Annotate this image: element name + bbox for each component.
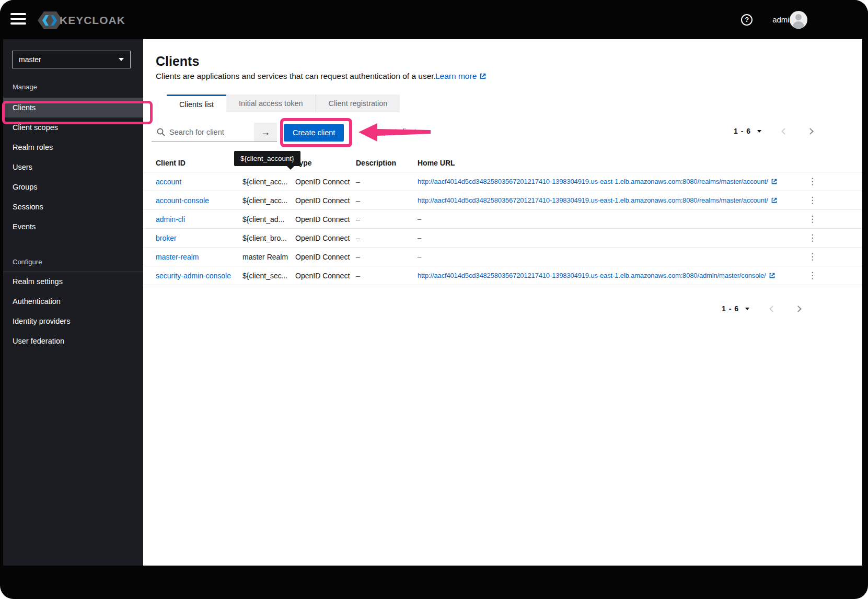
row-kebab-menu-icon[interactable]: ⋮	[808, 195, 817, 205]
learn-more-link[interactable]: Learn more	[435, 72, 487, 81]
home-url-link[interactable]: http://aacf4014d5cd34825803567201217410-…	[418, 272, 766, 279]
client-type: OpenID Connect	[295, 234, 356, 242]
home-url-empty: –	[418, 234, 808, 242]
masthead: KEYCLOAK ? admin	[0, 0, 868, 39]
client-name: ${client_acc...	[242, 196, 295, 205]
search-input[interactable]	[152, 123, 254, 142]
app-window: KEYCLOAK ? admin master Manage Clients C…	[0, 0, 868, 599]
sidebar-item-realm-settings[interactable]: Realm settings	[3, 272, 143, 291]
search-group: →	[152, 123, 277, 142]
sidebar-item-sessions[interactable]: Sessions	[3, 197, 143, 217]
realm-selector-value: master	[19, 55, 41, 64]
help-icon[interactable]: ?	[741, 14, 753, 26]
external-link-icon	[771, 197, 778, 204]
sidebar-item-users[interactable]: Users	[3, 157, 143, 177]
client-description: –	[356, 178, 418, 186]
row-kebab-menu-icon[interactable]: ⋮	[808, 214, 817, 224]
client-type: OpenID Connect	[295, 178, 356, 186]
client-description: –	[356, 215, 418, 224]
client-name: ${client_sec...	[242, 272, 295, 280]
sidebar-item-events[interactable]: Events	[3, 217, 143, 237]
pagination-range[interactable]: 1 - 6	[722, 304, 739, 313]
row-kebab-menu-icon[interactable]: ⋮	[808, 177, 817, 186]
client-id-link[interactable]: broker	[156, 234, 177, 242]
client-id-link[interactable]: account-console	[156, 196, 209, 205]
col-type[interactable]: Type	[295, 159, 356, 167]
col-home-url[interactable]: Home URL	[418, 159, 808, 167]
table-row: broker ${client_bro... OpenID Connect – …	[143, 229, 862, 248]
sidebar-item-groups[interactable]: Groups	[3, 177, 143, 197]
hamburger-menu-icon[interactable]	[10, 13, 26, 27]
sidebar: master Manage Clients Client scopes Real…	[3, 39, 143, 566]
table-row: account-console ${client_acc... OpenID C…	[143, 191, 862, 210]
home-url-empty: –	[418, 253, 808, 261]
client-description: –	[356, 272, 418, 280]
pagination-top: 1 - 6	[734, 127, 813, 135]
client-type: OpenID Connect	[295, 253, 356, 261]
pagination-range[interactable]: 1 - 6	[734, 127, 751, 135]
tab-initial-access-token[interactable]: Initial access token	[226, 95, 316, 112]
client-id-link[interactable]: admin-cli	[156, 215, 185, 224]
pagination-next-icon[interactable]	[807, 128, 814, 135]
client-name: master Realm	[242, 253, 295, 261]
client-id-link[interactable]: master-realm	[156, 253, 199, 261]
search-icon	[157, 128, 165, 136]
client-description: –	[356, 196, 418, 205]
realm-selector[interactable]: master	[12, 51, 131, 68]
pagination-prev-icon[interactable]	[769, 306, 776, 312]
col-description[interactable]: Description	[356, 159, 418, 167]
row-kebab-menu-icon[interactable]: ⋮	[808, 271, 817, 280]
client-name: ${client_bro...	[242, 234, 295, 242]
sidebar-item-realm-roles[interactable]: Realm roles	[3, 137, 143, 157]
pagination-prev-icon[interactable]	[781, 128, 788, 135]
client-id-link[interactable]: security-admin-console	[156, 272, 231, 280]
client-name: ${client_ad...	[242, 215, 295, 224]
client-name: ${client_acc...	[242, 178, 295, 186]
external-link-icon	[769, 272, 776, 279]
table-row: master-realm master Realm OpenID Connect…	[143, 248, 862, 266]
search-submit-button[interactable]: →	[254, 123, 277, 142]
row-kebab-menu-icon[interactable]: ⋮	[808, 233, 817, 243]
home-url-empty: –	[418, 215, 808, 223]
page-subtitle: Clients are applications and services th…	[156, 72, 436, 81]
keycloak-logo[interactable]: KEYCLOAK	[37, 10, 125, 31]
clients-table: Client ID Type Description Home URL acco…	[143, 154, 862, 285]
sidebar-item-authentication[interactable]: Authentication	[3, 291, 143, 311]
table-row: security-admin-console ${client_sec... O…	[143, 266, 862, 285]
sidebar-item-identity-providers[interactable]: Identity providers	[3, 311, 143, 331]
nav-section-manage: Manage	[13, 83, 37, 91]
import-client-link[interactable]: Import client	[375, 127, 416, 136]
pagination-bottom: 1 - 6	[722, 304, 801, 313]
table-row: account ${client_acc... OpenID Connect –…	[143, 172, 862, 191]
sidebar-item-client-scopes[interactable]: Client scopes	[3, 118, 143, 137]
page-title: Clients	[156, 54, 199, 69]
tab-client-registration[interactable]: Client registration	[316, 95, 400, 112]
client-type: OpenID Connect	[295, 196, 356, 205]
pagination-caret-icon[interactable]	[745, 308, 749, 310]
home-url-link[interactable]: http://aacf4014d5cd34825803567201217410-…	[418, 178, 768, 185]
create-client-button[interactable]: Create client	[284, 124, 344, 142]
brand-text: KEYCLOAK	[60, 14, 125, 27]
col-client-id[interactable]: Client ID	[156, 159, 242, 167]
external-link-icon	[479, 73, 487, 80]
avatar[interactable]	[790, 11, 807, 29]
home-url-link[interactable]: http://aacf4014d5cd34825803567201217410-…	[418, 196, 768, 204]
table-row: admin-cli ${client_ad... OpenID Connect …	[143, 210, 862, 229]
tooltip-caret	[286, 166, 295, 170]
client-description: –	[356, 234, 418, 242]
row-kebab-menu-icon[interactable]: ⋮	[808, 252, 817, 262]
sidebar-item-user-federation[interactable]: User federation	[3, 331, 143, 351]
pagination-next-icon[interactable]	[795, 306, 802, 312]
client-id-link[interactable]: account	[156, 178, 181, 186]
client-description: –	[356, 253, 418, 261]
external-link-icon	[771, 178, 778, 185]
pagination-caret-icon[interactable]	[757, 130, 761, 133]
tab-clients-list[interactable]: Clients list	[167, 95, 226, 112]
tab-bar: Clients list Initial access token Client…	[167, 95, 400, 112]
sidebar-item-clients[interactable]: Clients	[3, 98, 143, 118]
main-content: Clients Clients are applications and ser…	[143, 39, 862, 566]
chevron-down-icon	[119, 58, 124, 61]
client-type: OpenID Connect	[295, 215, 356, 224]
tooltip-text: ${client_account}	[240, 155, 294, 162]
client-type: OpenID Connect	[295, 272, 356, 280]
